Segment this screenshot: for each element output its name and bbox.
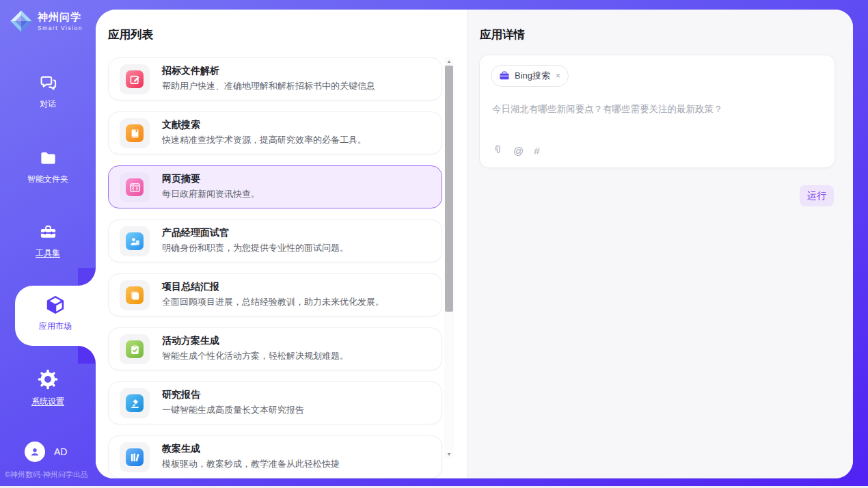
sidebar-item-label: 系统设置 (0, 396, 96, 407)
scroll-down-icon[interactable]: ▼ (444, 452, 454, 457)
app-card-research-report[interactable]: 研究报告 一键智能生成高质量长文本研究报告 (108, 381, 442, 424)
app-list: 招标文件解析 帮助用户快速、准确地理解和解析招标书中的关键信息 文献搜索 快速精… (108, 57, 442, 478)
app-card-literature-search[interactable]: 文献搜索 快速精准查找学术资源，提高研究效率的必备工具。 (108, 111, 442, 154)
folder-icon (39, 149, 57, 167)
tool-chip-label: Bing搜索 (515, 70, 550, 82)
app-name: 招标文件解析 (162, 65, 219, 77)
avatar (25, 442, 45, 462)
app-tile (120, 118, 150, 148)
app-detail-pane: 应用详情 Bing搜索 × 今日湖北有哪些新闻要点？有哪些需要关注的最新政策？ (467, 10, 853, 478)
app-list-pane: 应用列表 招标文件解析 帮助用户快速、准确地理解和解析招标书中的关键信息 (96, 10, 467, 478)
app-card-web-summary[interactable]: 网页摘要 每日政府新闻资讯快查。 (108, 165, 442, 208)
toolbox-icon (39, 223, 57, 241)
interviewer-icon (126, 232, 144, 250)
app-name: 网页摘要 (162, 173, 200, 185)
chat-icon (39, 74, 57, 92)
edit-square-icon (126, 70, 144, 88)
book-icon (126, 124, 144, 142)
app-window: 神州问学 Smart Vision 对话 智能文件夹 (0, 0, 868, 488)
gem-logo-icon (9, 9, 33, 33)
brand-tagline: Smart Vision (38, 25, 83, 31)
user-initials: AD (54, 446, 67, 457)
cube-icon (44, 294, 66, 316)
app-desc: 帮助用户快速、准确地理解和解析招标书中的关键信息 (162, 80, 375, 92)
tool-chip-bing-search[interactable]: Bing搜索 × (491, 65, 569, 87)
app-desc: 模板驱动，教案秒成，教学准备从此轻松快捷 (162, 458, 340, 470)
app-detail-title: 应用详情 (480, 27, 525, 42)
copyright-text: ©神州数码·神州问学出品 (5, 470, 100, 480)
app-desc: 智能生成个性化活动方案，轻松解决规划难题。 (162, 350, 349, 362)
app-desc: 每日政府新闻资讯快查。 (162, 188, 260, 200)
app-name: 活动方案生成 (162, 335, 219, 347)
mention-icon[interactable]: @ (513, 146, 524, 156)
app-tile (120, 64, 150, 94)
sidebar-item-label: 智能文件夹 (0, 174, 96, 185)
app-tile (120, 388, 150, 418)
app-name: 教案生成 (162, 443, 200, 455)
gear-icon (38, 369, 58, 390)
app-desc: 一键智能生成高质量长文本研究报告 (162, 404, 304, 416)
user-account[interactable]: AD (25, 442, 67, 462)
clipboard-check-icon (126, 340, 144, 358)
app-name: 产品经理面试官 (162, 227, 229, 239)
prompt-toolbar: @ # (492, 144, 540, 157)
app-card-pm-interviewer[interactable]: 产品经理面试官 明确身份和职责，为您提供专业性的面试问题。 (108, 219, 442, 262)
notch-curve-bottom (78, 346, 96, 364)
brand-name: 神州问学 (38, 11, 83, 24)
app-list-title: 应用列表 (108, 27, 153, 42)
microscope-icon (126, 394, 144, 412)
brand-logo: 神州问学 Smart Vision (9, 9, 83, 33)
app-tile (120, 172, 150, 202)
prompt-card: Bing搜索 × 今日湖北有哪些新闻要点？有哪些需要关注的最新政策？ @ # (479, 55, 835, 168)
app-card-event-plan[interactable]: 活动方案生成 智能生成个性化活动方案，轻松解决规划难题。 (108, 327, 442, 370)
briefcase-icon (499, 70, 510, 81)
scroll-up-icon[interactable]: ▲ (444, 59, 454, 64)
sidebar-item-toolset[interactable]: 工具集 (0, 223, 96, 259)
notes-icon (126, 286, 144, 304)
chip-close-icon[interactable]: × (556, 71, 560, 81)
app-tile (120, 280, 150, 310)
sidebar-item-smart-folder[interactable]: 智能文件夹 (0, 149, 96, 185)
app-card-lesson-plan[interactable]: 教案生成 模板驱动，教案秒成，教学准备从此轻松快捷 (108, 435, 442, 478)
app-card-bid-analysis[interactable]: 招标文件解析 帮助用户快速、准确地理解和解析招标书中的关键信息 (108, 57, 442, 100)
app-tile (120, 442, 150, 472)
sidebar-item-label: 应用市场 (15, 321, 96, 332)
app-tile (120, 334, 150, 364)
app-name: 研究报告 (162, 389, 200, 401)
sidebar-item-label: 工具集 (0, 247, 96, 259)
app-desc: 明确身份和职责，为您提供专业性的面试问题。 (162, 242, 349, 254)
books-icon (126, 448, 144, 466)
app-desc: 快速精准查找学术资源，提高研究效率的必备工具。 (162, 134, 366, 146)
attachment-icon[interactable] (492, 144, 503, 157)
app-desc: 全面回顾项目进展，总结经验教训，助力未来优化发展。 (162, 296, 384, 308)
app-name: 项目总结汇报 (162, 281, 219, 293)
browser-code-icon (126, 178, 144, 196)
sidebar-item-app-market[interactable]: 应用市场 (15, 286, 96, 346)
notch-curve-top (78, 268, 96, 286)
run-button[interactable]: 运行 (800, 185, 834, 206)
app-card-project-summary[interactable]: 项目总结汇报 全面回顾项目进展，总结经验教训，助力未来优化发展。 (108, 273, 442, 316)
app-name: 文献搜索 (162, 119, 200, 131)
prompt-input[interactable]: 今日湖北有哪些新闻要点？有哪些需要关注的最新政策？ (492, 103, 822, 116)
app-tile (120, 226, 150, 256)
scrollbar-thumb[interactable] (445, 66, 453, 312)
hash-icon[interactable]: # (534, 146, 539, 156)
sidebar-item-settings[interactable]: 系统设置 (0, 369, 96, 407)
scrollbar[interactable]: ▲ ▼ (444, 57, 454, 458)
main-content: 应用列表 招标文件解析 帮助用户快速、准确地理解和解析招标书中的关键信息 (96, 10, 853, 478)
sidebar-item-label: 对话 (0, 98, 96, 110)
sidebar-item-chat[interactable]: 对话 (0, 74, 96, 110)
